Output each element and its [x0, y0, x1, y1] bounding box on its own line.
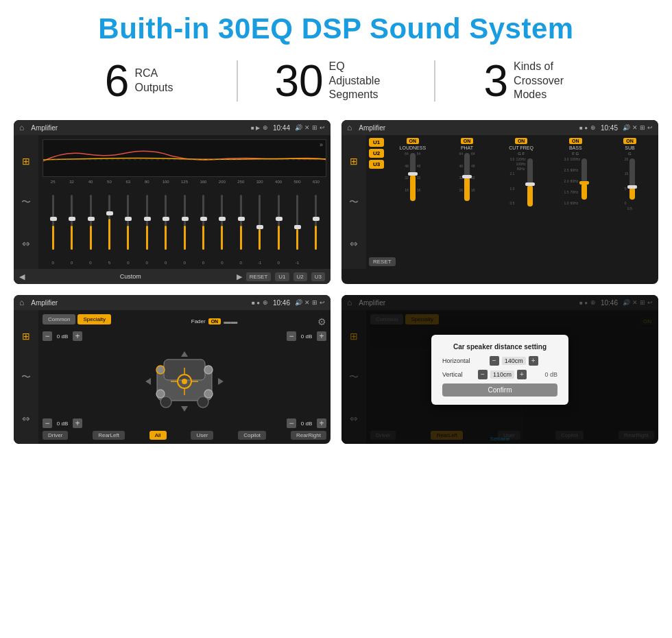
user-btn[interactable]: User	[191, 431, 213, 440]
phat-slider[interactable]	[464, 153, 470, 201]
u1-btn[interactable]: U1	[275, 272, 289, 281]
confirm-button[interactable]: Confirm	[442, 383, 557, 397]
status-dot-1: ■ ▶	[251, 125, 260, 131]
status-dot-2: ■ ●	[579, 125, 588, 131]
close-icon-1: ✕	[304, 124, 310, 131]
u2-btn[interactable]: U2	[293, 272, 307, 281]
screen1-title: Amplifier	[31, 124, 248, 132]
eq-slider-12[interactable]	[269, 195, 287, 250]
close-icon-3: ✕	[304, 299, 310, 306]
bass-slider[interactable]	[581, 158, 587, 200]
tab-common[interactable]: Common	[43, 314, 75, 324]
fl-plus[interactable]: +	[73, 331, 82, 341]
svg-point-3	[160, 397, 171, 407]
vertical-ctrl: − 110cm +	[478, 370, 527, 379]
sidebar-wave-icon-2[interactable]: 〜	[349, 196, 359, 209]
rearleft-btn[interactable]: RearLeft	[93, 431, 125, 440]
horizontal-minus[interactable]: −	[490, 356, 499, 366]
db-ctrl-fr: − 0 dB +	[287, 331, 326, 341]
rl-minus[interactable]: −	[43, 418, 52, 428]
eq-slider-2[interactable]	[82, 195, 99, 250]
eq-slider-8[interactable]	[194, 195, 212, 250]
rr-minus[interactable]: −	[287, 418, 296, 428]
eq-slider-9[interactable]	[213, 195, 231, 250]
channel-bass: ON BASS F G 3.02.52.01.51.0 100Hz90Hz80H…	[550, 138, 601, 211]
fr-plus[interactable]: +	[317, 331, 326, 341]
prev-icon[interactable]: ◀	[19, 272, 25, 281]
freq-63: 63	[119, 180, 137, 184]
freq-50: 50	[100, 180, 118, 184]
fr-minus[interactable]: −	[287, 331, 296, 341]
on-badge-sub[interactable]: ON	[623, 138, 636, 144]
rr-plus[interactable]: +	[317, 418, 326, 428]
sidebar-eq-icon[interactable]: ⊞	[22, 156, 30, 167]
eq-slider-10[interactable]	[232, 195, 250, 250]
on-badge-cutfreq[interactable]: ON	[515, 138, 528, 144]
sidebar-wave-icon[interactable]: 〜	[21, 196, 31, 209]
preset-u1[interactable]: U1	[369, 138, 384, 147]
all-btn[interactable]: All	[149, 431, 167, 440]
eq-slider-13[interactable]	[288, 195, 306, 250]
eq-slider-3[interactable]	[100, 195, 118, 250]
preset-u2[interactable]: U2	[369, 149, 384, 158]
eq-slider-14[interactable]	[307, 195, 325, 250]
settings-icon[interactable]: ⚙	[317, 316, 326, 327]
eq-slider-5[interactable]	[138, 195, 156, 250]
horizontal-plus[interactable]: +	[529, 356, 538, 366]
eq-slider-4[interactable]	[119, 195, 137, 250]
speaker-icon-3: 🔊	[295, 299, 302, 306]
vertical-minus[interactable]: −	[478, 370, 488, 379]
sidebar-balance-icon-3[interactable]: ⇔	[22, 413, 30, 424]
amp-reset-btn[interactable]: RESET	[369, 257, 396, 266]
eq-slider-1[interactable]	[62, 195, 80, 250]
rr-val: 0 dB	[298, 421, 315, 427]
back-icon-2: ↩	[647, 124, 653, 131]
eq-slider-11[interactable]	[250, 195, 268, 250]
tab-specialty[interactable]: Specialty	[77, 314, 110, 324]
freq-500: 500	[288, 180, 306, 184]
screen2-content: ⊞ 〜 ⇔ U1 U2 U3 ON	[341, 135, 658, 269]
freq-630: 630	[307, 180, 325, 184]
on-badge-bass[interactable]: ON	[569, 138, 582, 144]
sidebar-balance-icon-2[interactable]: ⇔	[350, 238, 358, 249]
copilot-btn[interactable]: Copilot	[238, 431, 266, 440]
eq-slider-0[interactable]	[44, 195, 62, 250]
eq-slider-6[interactable]	[156, 195, 174, 250]
screen1-sidebar: ⊞ 〜 ⇔	[14, 135, 38, 269]
status-bar-2: ⌂ Amplifier ■ ● ⊕ 10:45 🔊 ✕ ⊞ ↩	[341, 120, 658, 135]
vertical-plus[interactable]: +	[517, 370, 527, 379]
stat-crossover: 3 Kinds ofCrossover Modes	[435, 59, 631, 103]
reset-btn[interactable]: RESET	[246, 272, 272, 281]
driver-btn[interactable]: Driver	[43, 431, 68, 440]
freq-125: 125	[176, 180, 193, 184]
loudness-slider[interactable]	[410, 153, 416, 201]
fl-minus[interactable]: −	[43, 331, 52, 341]
status-icons-2: ⊕ 10:45 🔊 ✕ ⊞ ↩	[590, 124, 653, 132]
header: Buith-in 30EQ DSP Sound System	[0, 0, 672, 52]
on-badge-phat[interactable]: ON	[461, 138, 474, 144]
next-icon[interactable]: ▶	[237, 272, 242, 281]
sidebar-wave-icon-3[interactable]: 〜	[21, 371, 31, 383]
sidebar-eq-icon-3[interactable]: ⊞	[22, 331, 30, 342]
rearright-btn[interactable]: RearRight	[291, 431, 326, 440]
cutfreq-slider[interactable]	[527, 158, 533, 206]
home-icon-1[interactable]: ⌂	[19, 123, 24, 132]
on-badge-loudness[interactable]: ON	[407, 138, 420, 144]
u3-btn[interactable]: U3	[311, 272, 325, 281]
horizontal-ctrl: − 140cm +	[490, 356, 538, 366]
distance-dialog: Car speaker distance setting Horizontal …	[431, 335, 568, 405]
home-icon-2[interactable]: ⌂	[347, 123, 352, 132]
sidebar-eq-icon-2[interactable]: ⊞	[350, 156, 358, 167]
eq-slider-7[interactable]	[176, 195, 193, 250]
screen-crossover: ⌂ Amplifier ■ ● ⊕ 10:45 🔊 ✕ ⊞ ↩ ⊞ 〜 ⇔	[341, 120, 658, 284]
sub-slider[interactable]	[629, 158, 635, 200]
home-icon-3[interactable]: ⌂	[19, 298, 24, 307]
status-icons-3: ⊕ 10:46 🔊 ✕ ⊞ ↩	[263, 299, 325, 307]
screen3-title: Amplifier	[31, 299, 249, 307]
location-icon-3: ⊕	[263, 299, 268, 306]
fader-on-badge[interactable]: ON	[208, 318, 221, 324]
rl-plus[interactable]: +	[73, 418, 82, 428]
preset-u3[interactable]: U3	[369, 160, 384, 169]
sidebar-balance-icon[interactable]: ⇔	[22, 238, 30, 249]
horizontal-val: 140cm	[502, 357, 526, 365]
